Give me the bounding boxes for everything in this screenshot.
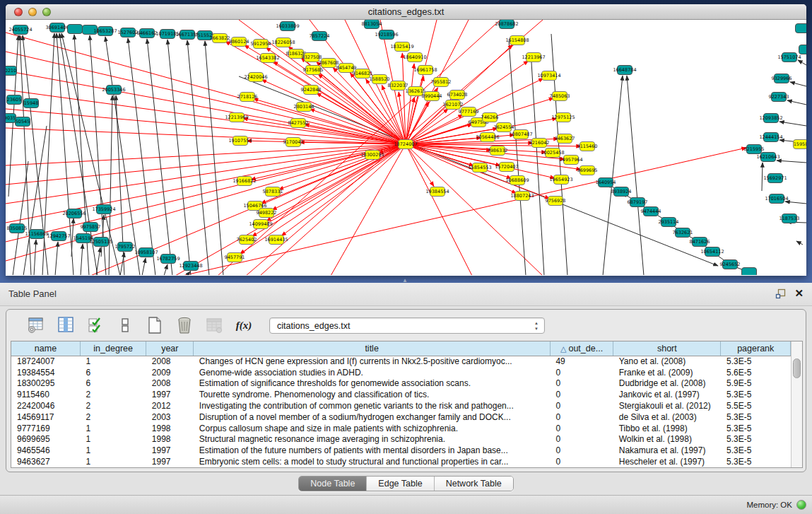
graph-node[interactable]: 15720407 — [495, 163, 518, 172]
graph-node[interactable]: 16961758 — [413, 66, 437, 75]
black-edge[interactable] — [531, 62, 544, 275]
graph-node[interactable]: 5878331 — [263, 187, 283, 197]
network-window-titlebar[interactable]: citations_edges.txt — [6, 4, 806, 20]
graph-node[interactable]: 7663822 — [210, 34, 230, 43]
graph-node[interactable]: 19218596 — [375, 30, 398, 40]
graph-node[interactable]: 18807243 — [510, 192, 534, 201]
graph-node[interactable]: 8471626 — [690, 238, 710, 247]
graph-node[interactable]: 18325419 — [390, 42, 413, 52]
column-header-pagerank[interactable]: pagerank — [721, 341, 791, 356]
graph-node[interactable]: 10973414 — [537, 71, 560, 81]
table-settings-button[interactable] — [26, 315, 46, 335]
black-edge[interactable] — [20, 35, 31, 275]
black-edge[interactable] — [128, 38, 155, 275]
graph-node[interactable]: 20564486 — [476, 133, 499, 142]
graph-node[interactable]: 9245652 — [720, 260, 741, 269]
black-edge[interactable] — [785, 201, 806, 204]
graph-node[interactable]: 9242848 — [301, 86, 322, 95]
graph-node[interactable]: 18226058 — [271, 38, 295, 47]
graph-node[interactable]: 15958 — [794, 140, 807, 149]
graph-node[interactable] — [68, 25, 83, 34]
black-edge[interactable] — [109, 95, 112, 275]
graph-node[interactable]: 9756928 — [546, 197, 566, 206]
graph-node[interactable]: 19166822 — [233, 177, 256, 186]
graph-node[interactable]: 9498222 — [257, 209, 277, 218]
red-edge[interactable] — [266, 144, 406, 221]
graph-node[interactable]: 1527602 — [118, 28, 139, 37]
graph-node[interactable]: 3624554 — [494, 123, 514, 132]
column-header-short[interactable]: short — [613, 341, 721, 356]
graph-node[interactable]: 6466162 — [137, 29, 158, 38]
graph-node[interactable]: 22420046 — [244, 73, 267, 82]
graph-node[interactable]: 30691406 — [45, 23, 69, 33]
column-header-title[interactable]: title — [194, 341, 551, 356]
graph-node[interactable]: 17359924 — [92, 205, 115, 214]
table-row[interactable]: 911546021997Tourette syndrome. Phenomeno… — [11, 389, 791, 400]
graph-node[interactable]: 2935114 — [659, 218, 679, 227]
table-row[interactable]: 1872400712008Changes of HCN gene express… — [11, 356, 791, 367]
graph-node[interactable] — [796, 24, 807, 33]
black-edge[interactable] — [55, 242, 58, 275]
black-edge[interactable] — [790, 82, 806, 86]
black-edge[interactable] — [167, 40, 191, 275]
graph-node[interactable]: 12444154 — [759, 133, 782, 142]
delete-icon[interactable] — [175, 315, 194, 335]
graph-node[interactable]: 2803144 — [294, 103, 314, 112]
black-edge[interactable] — [603, 76, 623, 275]
black-edge[interactable] — [205, 41, 223, 275]
red-edge[interactable] — [406, 109, 448, 144]
graph-node[interactable]: 16782759 — [156, 255, 180, 264]
graph-node[interactable]: 19384554 — [425, 187, 449, 197]
red-edge[interactable] — [260, 144, 406, 275]
graph-node[interactable]: 9777169 — [459, 107, 479, 117]
red-edge[interactable] — [406, 144, 472, 275]
graph-node[interactable]: 8990444 — [422, 92, 442, 101]
red-edge[interactable] — [305, 124, 406, 144]
graph-node[interactable]: 9329966 — [772, 74, 792, 83]
graph-node[interactable]: 2718126 — [237, 93, 258, 102]
red-edge[interactable] — [281, 144, 406, 236]
graph-node[interactable]: 10653287 — [93, 27, 117, 36]
table-row[interactable]: 977716911998Corpus callosum shape and si… — [11, 423, 791, 434]
red-edge[interactable] — [317, 93, 406, 144]
scrollbar-thumb[interactable] — [793, 358, 801, 378]
table-row[interactable]: 1456911722003Disruption of a novel membe… — [11, 411, 791, 423]
graph-node[interactable]: 6879197 — [628, 198, 648, 207]
graph-node[interactable]: 12093852 — [759, 114, 782, 123]
close-panel-icon[interactable]: ✕ — [794, 288, 804, 299]
network-canvas[interactable]: 2405572430691406106532871527602646616210… — [6, 20, 806, 275]
black-edge[interactable] — [96, 247, 100, 275]
new-document-button[interactable] — [145, 315, 165, 335]
graph-node[interactable]: 9170043 — [283, 138, 304, 147]
citation-network-graph[interactable]: 2405572430691406106532871527602646616210… — [6, 20, 806, 275]
graph-node[interactable]: 9227343 — [769, 93, 789, 102]
graph-node[interactable]: 50545 — [16, 117, 30, 127]
graph-node[interactable]: 11156869 — [25, 230, 48, 239]
graph-node[interactable]: 5912954 — [251, 40, 271, 49]
graph-node[interactable]: 8350815 — [7, 224, 28, 233]
function-builder-button[interactable]: f(x) — [234, 315, 254, 335]
graph-node[interactable]: 15692971 — [763, 174, 787, 183]
black-edge[interactable] — [777, 160, 806, 163]
black-edge[interactable] — [779, 122, 806, 126]
graph-node[interactable]: 1621072 — [443, 100, 464, 110]
black-edge[interactable] — [164, 264, 167, 275]
graph-node[interactable]: 9975857 — [81, 223, 101, 232]
tab-node-table[interactable]: Node Table — [299, 477, 367, 491]
graph-node[interactable]: 6734028 — [447, 90, 468, 100]
graph-node[interactable]: 9860124 — [229, 37, 249, 47]
graph-node[interactable]: 16033809 — [276, 22, 299, 31]
graph-node[interactable]: 14099489 — [249, 220, 272, 229]
graph-node[interactable]: 1187533 — [779, 214, 800, 223]
table-row[interactable]: 2242004622012Investigating the contribut… — [11, 400, 791, 411]
graph-node[interactable] — [799, 45, 807, 54]
tab-network-table[interactable]: Network Table — [435, 477, 513, 491]
graph-node[interactable]: 9699695 — [577, 166, 598, 175]
black-edge[interactable] — [187, 40, 209, 275]
graph-node[interactable]: 7955812 — [431, 78, 452, 87]
table-scrollbar[interactable] — [791, 341, 802, 467]
black-edge[interactable] — [627, 76, 644, 275]
tab-edge-table[interactable]: Edge Table — [367, 477, 434, 491]
graph-node[interactable]: 8813054 — [362, 20, 382, 29]
graph-node[interactable] — [742, 268, 757, 276]
